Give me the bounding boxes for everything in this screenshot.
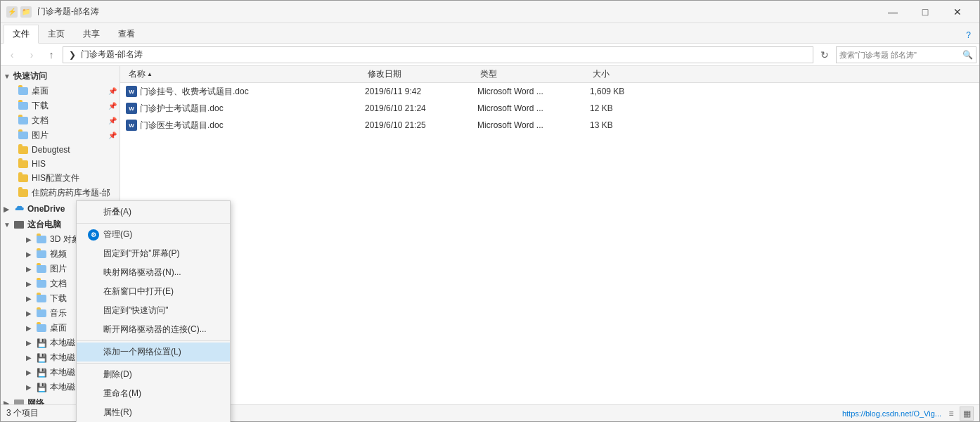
- minimize-button[interactable]: —: [877, 1, 909, 23]
- sidebar-item-pharmacy[interactable]: 住院药房药库考题-邰: [1, 186, 120, 200]
- quick-access-icon: ⚡: [6, 6, 18, 18]
- manage-icon: ⚙: [88, 229, 99, 241]
- ctx-item-pin-quick[interactable]: 固定到"快速访问": [77, 301, 230, 320]
- his-folder-icon: [18, 158, 29, 170]
- sidebar-item-desktop[interactable]: 桌面 📌: [1, 84, 120, 98]
- pics2-arrow: ▶: [26, 265, 36, 273]
- word-icon-1: W: [126, 103, 137, 114]
- downloads-folder-icon: [18, 101, 29, 112]
- 3d-arrow: ▶: [26, 236, 36, 243]
- col-header-date[interactable]: 修改日期: [365, 68, 477, 80]
- file-row-1[interactable]: W 门诊护士考试题目.doc 2019/6/10 21:24 Microsoft…: [120, 100, 979, 117]
- tab-home[interactable]: 主页: [39, 25, 74, 43]
- pin-icon-docs: 📌: [108, 117, 117, 124]
- title-bar-icons: ⚡ 📁: [6, 6, 32, 18]
- sidebar-item-his[interactable]: HIS: [1, 157, 120, 171]
- back-button[interactable]: ‹: [4, 46, 20, 63]
- close-button[interactable]: ✕: [941, 1, 974, 23]
- file-row-2[interactable]: W 门诊医生考试题目.doc 2019/6/10 21:25 Microsoft…: [120, 117, 979, 134]
- col-header-name[interactable]: 名称 ▲: [126, 68, 365, 80]
- sidebar-item-pics[interactable]: 图片 📌: [1, 128, 120, 143]
- ctx-item-properties[interactable]: 属性(R): [77, 403, 230, 422]
- sidebar-item-debugtest-label: Debugtest: [32, 145, 70, 155]
- details-view-btn[interactable]: ≡: [944, 407, 958, 421]
- localdisk3-icon: 💾: [36, 367, 47, 378]
- item-count: 3 个项目: [6, 407, 39, 419]
- ctx-item-rename[interactable]: 重命名(M): [77, 384, 230, 403]
- desktop2-icon: [36, 323, 47, 334]
- col-header-size[interactable]: 大小: [590, 68, 660, 80]
- maximize-button[interactable]: □: [909, 1, 941, 23]
- docs2-label: 文档: [50, 278, 67, 290]
- list-view-btn[interactable]: ▦: [960, 407, 974, 421]
- tab-view[interactable]: 查看: [109, 25, 144, 43]
- ctx-item-pin-start[interactable]: 固定到"开始"屏幕(P): [77, 244, 230, 263]
- docs2-arrow: ▶: [26, 280, 36, 288]
- address-path[interactable]: ❯ 门诊考题-邰名涛: [63, 46, 813, 63]
- this-pc-icon: [13, 219, 25, 231]
- title-bar-title: 门诊考题-邰名涛: [37, 6, 877, 18]
- desktop-folder-icon: [18, 86, 29, 97]
- sidebar-item-docs[interactable]: 文档 📌: [1, 113, 120, 128]
- path-part-folder: 门诊考题-邰名涛: [81, 49, 143, 60]
- ctx-item-add-location[interactable]: 添加一个网络位置(L): [77, 343, 230, 362]
- onedrive-icon: [13, 203, 25, 215]
- pin-icon-downloads: 📌: [108, 102, 117, 110]
- file-type-2: Microsoft Word ...: [477, 120, 590, 130]
- tab-share[interactable]: 共享: [74, 25, 109, 43]
- file-size-1: 12 KB: [590, 103, 660, 113]
- ctx-item-disconnect[interactable]: 断开网络驱动器的连接(C)...: [77, 320, 230, 339]
- network-label: 网络: [27, 397, 44, 404]
- pics2-icon: [36, 264, 47, 275]
- sidebar-item-his-label: HIS: [32, 159, 46, 169]
- localdisk1-icon: 💾: [36, 338, 47, 349]
- disconnect-icon: [88, 324, 99, 335]
- quick-access-header[interactable]: ▼ 快速访问: [1, 69, 120, 84]
- 3d-icon: [36, 234, 47, 245]
- pin-quick-icon: [88, 305, 99, 316]
- file-type-1: Microsoft Word ...: [477, 103, 590, 113]
- ctx-item-map-drive[interactable]: 映射网络驱动器(N)...: [77, 263, 230, 282]
- sidebar-item-pharmacy-label: 住院药房药库考题-邰: [32, 187, 110, 199]
- ctx-item-manage[interactable]: ⚙ 管理(G): [77, 225, 230, 244]
- ribbon-tabs: 文件 主页 共享 查看 ?: [1, 23, 979, 43]
- delete-icon: [88, 369, 99, 381]
- docs2-icon: [36, 279, 47, 290]
- map-drive-icon: [88, 267, 99, 279]
- docs-folder-icon: [18, 115, 29, 127]
- up-button[interactable]: ↑: [43, 46, 60, 63]
- window-controls: — □ ✕: [877, 1, 974, 23]
- forward-button[interactable]: ›: [23, 46, 40, 63]
- sort-arrow: ▲: [147, 71, 153, 77]
- rename-icon: [88, 388, 99, 399]
- localdisk2-arrow: ▶: [26, 354, 36, 362]
- sidebar-item-his-config[interactable]: HIS配置文件: [1, 171, 120, 186]
- search-input[interactable]: [837, 51, 959, 59]
- file-name-2: W 门诊医生考试题目.doc: [126, 120, 365, 132]
- sidebar-item-pics-label: 图片: [32, 129, 49, 141]
- col-header-type[interactable]: 类型: [477, 68, 590, 80]
- sidebar-item-debugtest[interactable]: Debugtest: [1, 143, 120, 157]
- file-list-header: 名称 ▲ 修改日期 类型 大小: [120, 66, 979, 83]
- status-url: https://blog.csdn.net/O_Vig...: [842, 409, 941, 418]
- music-arrow: ▶: [26, 309, 36, 317]
- search-icon[interactable]: 🔍: [959, 46, 976, 63]
- this-pc-label: 这台电脑: [27, 219, 61, 231]
- ctx-item-collapse[interactable]: 折叠(A): [77, 203, 230, 222]
- help-button[interactable]: ?: [960, 27, 976, 43]
- video-label: 视频: [50, 248, 67, 260]
- quick-access-label: 快速访问: [13, 70, 47, 82]
- title-bar: ⚡ 📁 门诊考题-邰名涛 — □ ✕: [1, 1, 979, 23]
- ctx-item-delete[interactable]: 删除(D): [77, 365, 230, 384]
- file-name-1: W 门诊护士考试题目.doc: [126, 103, 365, 115]
- tab-file[interactable]: 文件: [4, 25, 39, 44]
- collapse-icon: [88, 207, 99, 218]
- file-row-0[interactable]: W 门诊挂号、收费考试题目.doc 2019/6/11 9:42 Microso…: [120, 83, 979, 100]
- view-toggle: ≡ ▦: [944, 407, 974, 421]
- pharmacy-folder-icon: [18, 188, 29, 199]
- ctx-item-open-new[interactable]: 在新窗口中打开(E): [77, 282, 230, 301]
- sidebar-item-downloads[interactable]: 下载 📌: [1, 98, 120, 113]
- refresh-button[interactable]: ↻: [816, 46, 833, 63]
- video-arrow: ▶: [26, 250, 36, 258]
- localdiskg-arrow: ▶: [26, 383, 36, 391]
